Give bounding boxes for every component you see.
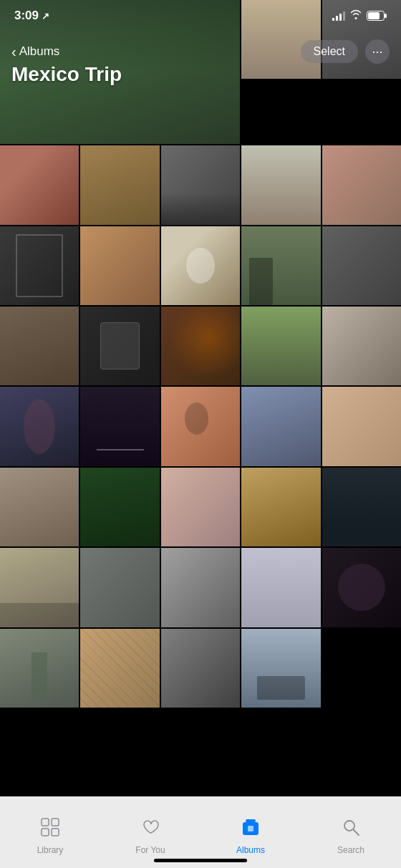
svg-rect-3	[42, 819, 49, 826]
signal-bars-icon	[332, 11, 345, 21]
list-item[interactable]	[241, 629, 320, 708]
status-time: 3:09 ↗	[14, 9, 49, 23]
svg-rect-4	[52, 819, 59, 826]
list-item[interactable]	[322, 387, 401, 466]
list-item[interactable]	[161, 629, 240, 708]
svg-rect-1	[385, 14, 387, 18]
list-item[interactable]	[241, 548, 320, 627]
album-title: Mexico Trip	[11, 63, 122, 86]
tab-search[interactable]: Search	[301, 797, 401, 868]
tab-library-label: Library	[37, 845, 64, 855]
nav-actions: Select ···	[301, 39, 390, 64]
photo-grid	[0, 0, 401, 708]
list-item[interactable]	[161, 145, 240, 224]
list-item[interactable]	[322, 468, 401, 546]
list-item[interactable]	[322, 145, 401, 224]
list-item[interactable]	[322, 307, 401, 385]
list-item[interactable]	[161, 468, 240, 546]
wifi-icon	[349, 9, 362, 22]
status-bar: 3:09 ↗	[0, 0, 401, 32]
tab-for-you[interactable]: For You	[100, 797, 200, 868]
list-item[interactable]	[0, 387, 79, 466]
home-indicator	[154, 859, 247, 862]
list-item[interactable]	[80, 548, 159, 627]
tab-albums-label: Albums	[236, 845, 265, 855]
for-you-tab-icon	[140, 817, 160, 842]
list-item[interactable]	[161, 387, 240, 466]
back-button[interactable]: ‹ Albums	[11, 44, 59, 60]
list-item[interactable]	[161, 548, 240, 627]
tab-search-label: Search	[337, 845, 364, 855]
list-item[interactable]	[241, 307, 320, 385]
list-item[interactable]	[241, 145, 320, 224]
list-item[interactable]	[80, 468, 159, 546]
list-item[interactable]	[161, 307, 240, 385]
svg-line-11	[354, 830, 359, 836]
tab-for-you-label: For You	[135, 845, 165, 855]
tab-albums[interactable]: Albums	[200, 797, 301, 868]
svg-rect-9	[248, 826, 253, 831]
tab-library[interactable]: Library	[0, 797, 100, 868]
location-icon: ↗	[42, 11, 49, 21]
svg-rect-2	[368, 12, 380, 19]
list-item[interactable]	[0, 145, 79, 224]
list-item[interactable]	[0, 468, 79, 546]
list-item[interactable]	[241, 226, 320, 305]
list-item[interactable]	[80, 629, 159, 708]
list-item[interactable]	[241, 387, 320, 466]
list-item[interactable]	[322, 226, 401, 305]
list-item[interactable]	[0, 629, 79, 708]
battery-icon	[367, 11, 387, 21]
list-item[interactable]	[322, 548, 401, 627]
status-icons	[332, 9, 387, 22]
back-label: Albums	[19, 44, 60, 59]
list-item[interactable]	[80, 145, 159, 224]
list-item[interactable]	[0, 548, 79, 627]
list-item[interactable]	[0, 226, 79, 305]
search-tab-icon	[341, 817, 361, 842]
select-button[interactable]: Select	[301, 40, 358, 63]
albums-tab-icon	[241, 817, 261, 842]
list-item[interactable]	[0, 307, 79, 385]
list-item[interactable]	[80, 307, 159, 385]
library-tab-icon	[40, 817, 60, 842]
svg-rect-5	[42, 829, 49, 836]
time-display: 3:09	[14, 9, 39, 23]
list-item[interactable]	[241, 468, 320, 546]
list-item[interactable]	[80, 226, 159, 305]
svg-rect-8	[246, 819, 256, 822]
list-item[interactable]	[80, 387, 159, 466]
tab-bar: Library For You Albums Search	[0, 796, 401, 868]
list-item[interactable]	[161, 226, 240, 305]
back-chevron-icon: ‹	[11, 44, 16, 60]
svg-rect-6	[52, 829, 59, 836]
more-button[interactable]: ···	[365, 39, 390, 64]
